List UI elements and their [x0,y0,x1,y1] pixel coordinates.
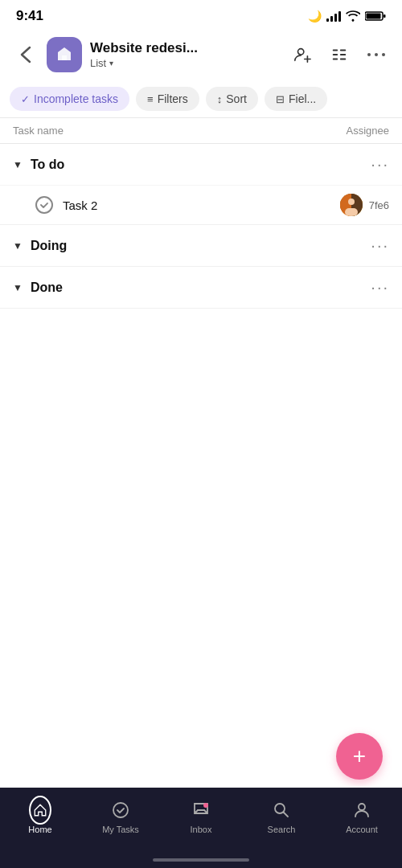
svg-point-21 [203,803,208,808]
account-icon [351,799,373,821]
wifi-icon [346,10,360,22]
done-section-header: ▼ Done ··· [0,267,402,308]
status-time: 9:41 [16,8,43,24]
back-button[interactable] [13,42,39,68]
more-options-button[interactable] [363,42,389,68]
fields-icon: ⊟ [276,93,285,105]
header-actions [289,42,389,68]
status-icons: 🌙 [308,10,386,23]
app-icon [47,37,82,72]
subtitle-chevron-icon: ▾ [109,59,113,68]
incomplete-tasks-label: Incomplete tasks [34,92,118,105]
nav-item-my-tasks[interactable]: My Tasks [80,794,161,834]
table-row[interactable]: Task 2 7fe6 [0,185,402,224]
my-tasks-label: My Tasks [102,825,139,834]
svg-rect-1 [367,14,381,19]
assignee-code: 7fe6 [369,199,389,211]
sort-icon: ↕ [217,93,223,105]
add-member-button[interactable] [289,42,315,68]
search-label: Search [268,825,296,834]
done-section: ▼ Done ··· [0,267,402,309]
sort-label: Sort [226,92,247,105]
bottom-navigation: Home My Tasks Inbox Search [0,788,402,868]
add-task-fab[interactable]: + [336,733,383,780]
todo-section-header: ▼ To do ··· [0,144,402,185]
svg-point-13 [375,53,378,56]
checkmark-circle-icon: ✓ [21,93,30,105]
svg-point-18 [348,199,355,205]
doing-more-button[interactable]: ··· [371,236,389,255]
svg-rect-10 [340,54,346,55]
incomplete-tasks-filter[interactable]: ✓ Incomplete tasks [10,87,129,111]
done-more-button[interactable]: ··· [371,278,389,297]
table-header: Task name Assignee [0,117,402,144]
doing-section-title: Doing [31,239,67,253]
svg-point-14 [382,53,385,56]
home-icon [29,799,51,821]
todo-section-title: To do [31,158,64,172]
todo-section: ▼ To do ··· Task 2 [0,144,402,225]
view-type: List [90,57,106,69]
list-view-button[interactable] [326,42,352,68]
done-section-title: Done [31,280,63,295]
inbox-label: Inbox [191,825,212,834]
moon-icon: 🌙 [308,10,322,23]
task-name: Task 2 [63,199,97,212]
svg-point-24 [359,804,365,810]
todo-more-button[interactable]: ··· [371,155,389,174]
doing-chevron-icon[interactable]: ▼ [13,240,23,252]
sort-button[interactable]: ↕ Sort [206,87,258,111]
svg-line-23 [284,813,289,817]
filters-button[interactable]: ≡ Filters [136,87,199,111]
home-label: Home [28,825,51,834]
nav-item-search[interactable]: Search [241,794,322,834]
battery-icon [365,10,386,22]
sections-container: ▼ To do ··· Task 2 [0,144,402,309]
done-chevron-icon[interactable]: ▼ [13,282,23,293]
inbox-icon [190,799,212,821]
svg-point-3 [298,49,304,55]
search-icon [270,799,293,821]
todo-chevron-icon[interactable]: ▼ [13,159,23,170]
svg-rect-7 [333,54,338,55]
avatar [340,194,363,216]
svg-rect-11 [340,59,346,60]
doing-section: ▼ Doing ··· [0,225,402,267]
account-label: Account [346,825,378,834]
svg-rect-2 [384,14,386,18]
svg-rect-19 [345,208,358,216]
nav-item-home[interactable]: Home [0,794,80,834]
assignee-column-header: Assignee [347,125,389,137]
svg-rect-8 [333,59,338,60]
header-subtitle[interactable]: List ▾ [90,57,281,69]
svg-rect-9 [340,50,346,51]
nav-item-account[interactable]: Account [322,794,402,834]
filters-label: Filters [158,92,188,105]
header: Website redesi... List ▾ [0,29,402,80]
task-name-column-header: Task name [13,125,64,137]
svg-point-12 [367,53,371,56]
filter-bar: ✓ Incomplete tasks ≡ Filters ↕ Sort ⊟ Fi… [0,80,402,117]
filter-icon: ≡ [147,93,154,105]
header-title-area: Website redesi... List ▾ [90,40,281,69]
fields-label: Fiel... [289,92,316,105]
svg-point-20 [113,803,128,817]
status-bar: 9:41 🌙 [0,0,402,29]
task-checkbox[interactable] [35,196,53,214]
svg-rect-6 [333,50,338,51]
plus-icon: + [353,745,366,768]
project-title: Website redesi... [90,40,281,56]
nav-item-inbox[interactable]: Inbox [161,794,241,834]
fields-button[interactable]: ⊟ Fiel... [265,87,327,111]
my-tasks-icon [109,799,132,821]
doing-section-header: ▼ Doing ··· [0,225,402,266]
home-indicator [153,858,249,862]
signal-icon [326,10,341,22]
